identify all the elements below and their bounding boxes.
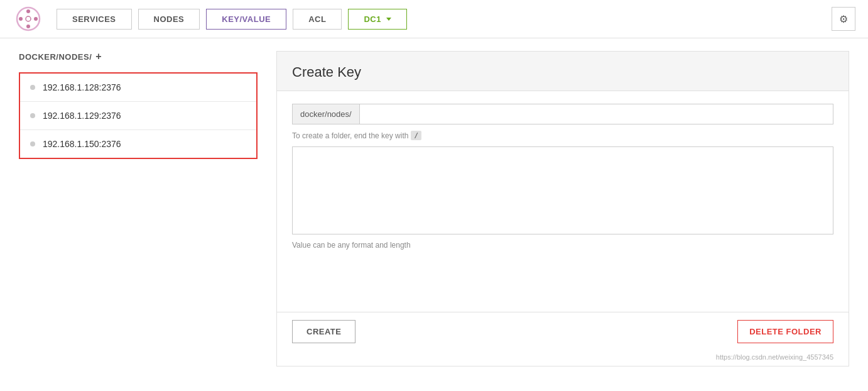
settings-button[interactable]: ⚙ [832,7,855,31]
left-panel: DOCKER/NODES/ + 192.168.1.128:2376 192.1… [19,51,258,366]
tab-acl[interactable]: ACL [293,9,342,30]
svg-point-3 [19,17,23,21]
svg-point-1 [26,9,30,13]
url-hint: https://blog.csdn.net/weixing_4557345 [277,351,849,366]
node-label: 192.168.1.129:2376 [43,111,121,121]
slash-badge: / [411,131,421,140]
tab-dc[interactable]: DC1 [348,9,407,30]
header: SERVICES NODES KEY/VALUE ACL DC1 ⚙ [0,0,868,38]
action-row: CREATE DELETE FOLDER [277,312,849,351]
status-dot [30,85,35,90]
node-list: 192.168.1.128:2376 192.168.1.129:2376 19… [19,72,258,159]
chevron-down-icon [386,18,391,21]
nav-tabs: SERVICES NODES KEY/VALUE ACL DC1 [57,9,825,30]
tab-keyvalue[interactable]: KEY/VALUE [206,9,286,30]
svg-point-2 [26,25,30,28]
right-panel: Create Key docker/nodes/ To create a fol… [276,51,849,366]
gear-icon: ⚙ [839,13,848,25]
value-hint: Value can be any format and length [292,241,833,250]
svg-point-5 [26,16,31,21]
node-label: 192.168.1.128:2376 [43,82,121,92]
add-folder-button[interactable]: + [95,51,102,62]
create-key-body: docker/nodes/ To create a folder, end th… [277,91,849,312]
list-item[interactable]: 192.168.1.128:2376 [20,74,256,102]
create-key-title: Create Key [292,64,833,80]
value-textarea[interactable] [292,146,833,234]
node-label: 192.168.1.150:2376 [43,139,121,149]
content-area: DOCKER/NODES/ + 192.168.1.128:2376 192.1… [0,38,868,379]
key-input-row: docker/nodes/ [292,104,833,124]
create-button[interactable]: CREATE [292,320,355,343]
breadcrumb: DOCKER/NODES/ + [19,51,258,62]
tab-nodes[interactable]: NODES [138,9,200,30]
list-item[interactable]: 192.168.1.150:2376 [20,130,256,158]
status-dot [30,113,35,118]
logo [13,6,44,31]
delete-folder-button[interactable]: DELETE FOLDER [737,320,833,343]
key-prefix: docker/nodes/ [293,104,360,124]
tab-services[interactable]: SERVICES [57,9,132,30]
key-name-input[interactable] [360,104,833,124]
create-key-header: Create Key [277,52,849,91]
svg-point-4 [34,17,38,21]
list-item[interactable]: 192.168.1.129:2376 [20,102,256,130]
folder-hint: To create a folder, end the key with / [292,131,833,140]
consul-logo-icon [16,6,41,31]
status-dot [30,141,35,146]
